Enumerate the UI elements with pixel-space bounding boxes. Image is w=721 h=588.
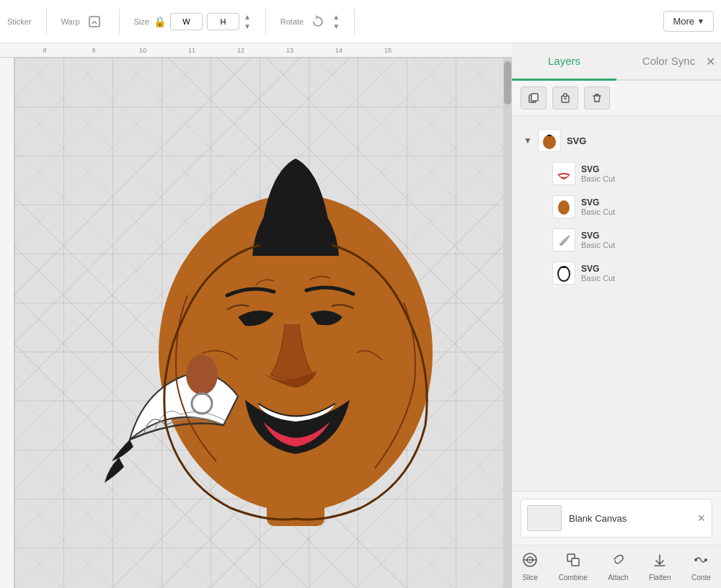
scrollbar-thumb[interactable] [504,61,511,104]
svg-point-19 [694,558,697,561]
right-panel: Layers Color Sync ✕ [512,43,721,588]
size-label: Size [134,17,149,26]
more-button[interactable]: More ▼ [663,11,714,32]
size-arrows: ▲ ▼ [244,13,251,30]
tool-slice[interactable]: Slice [515,548,545,586]
blank-canvas-label: Blank Canvas [569,513,627,524]
size-section: Size 🔒 ▲ ▼ [134,13,251,30]
chevron-down-icon: ▼ [523,135,532,146]
panel-tabs: Layers Color Sync ✕ [512,43,721,81]
layer-item-1-thumb [552,195,575,218]
layer-item-0-name: SVG [581,164,615,174]
contour-icon [693,552,709,571]
layer-item-3-name: SVG [581,264,615,274]
bottom-bar: Slice Combine [512,545,721,588]
tool-contour-label: Conte [691,574,711,582]
layer-group-header[interactable]: ▼ SVG [518,125,715,156]
ruler-mark-11: 11 [167,47,216,54]
rotate-section: Rotate ▲ ▼ [280,12,340,32]
warp-section: Warp [61,12,105,32]
width-input[interactable] [170,13,203,30]
layer-item-2-name: SVG [581,231,615,241]
attach-icon [610,552,626,571]
app-wrapper: Sticker Warp Size 🔒 ▲ ▼ R [0,0,721,588]
layer-item-0[interactable]: SVG Basic Cut [547,158,715,190]
layer-tool-copy[interactable] [521,86,547,110]
divider-3 [265,9,266,35]
layer-list: ▼ SVG [512,116,721,491]
layer-group-thumb [538,129,561,152]
layer-group-name: SVG [567,135,586,146]
layer-toolbar [512,81,721,116]
tool-attach[interactable]: Attach [601,548,635,586]
sticker-label: Sticker [7,17,32,26]
canvas-section: 8 9 10 11 12 13 14 15 [0,43,512,588]
svg-rect-17 [572,558,579,566]
more-label: More [673,16,694,27]
layer-tool-paste[interactable] [552,86,578,110]
ruler-mark-9: 9 [69,47,118,54]
panel-close-icon[interactable]: ✕ [706,55,715,68]
toolbar: Sticker Warp Size 🔒 ▲ ▼ R [0,0,721,43]
layer-item-2-thumb [552,228,575,251]
grid-canvas[interactable] [14,58,503,588]
ruler-mark-15: 15 [363,47,412,54]
ruler-mark-10: 10 [118,47,167,54]
svg-point-11 [558,200,570,215]
layer-item-0-type: Basic Cut [581,174,615,183]
layer-item-2-type: Basic Cut [581,241,615,249]
rotate-arrows: ▲ ▼ [332,13,340,30]
blank-canvas-area: Blank Canvas ✕ [512,491,721,545]
svg-rect-6 [531,94,538,101]
ruler-mark-8: 8 [20,47,69,54]
height-input[interactable] [207,13,239,30]
layer-item-3[interactable]: SVG Basic Cut [547,257,715,289]
illustration [72,115,490,533]
blank-canvas-item: Blank Canvas ✕ [521,499,712,538]
rotate-icon [308,12,328,32]
svg-point-20 [704,558,707,561]
layer-item-1-type: Basic Cut [581,208,615,216]
content-wrapper: 8 9 10 11 12 13 14 15 [0,43,721,588]
layer-item-1[interactable]: SVG Basic Cut [547,191,715,223]
ruler-left [0,58,14,588]
tool-combine[interactable]: Combine [552,548,595,586]
warp-icon [84,12,105,32]
ruler-inner: 8 9 10 11 12 13 14 15 [0,47,512,54]
layer-item-3-thumb [552,262,575,285]
svg-point-10 [543,135,556,149]
canvas-body [0,58,512,588]
slice-icon [522,552,538,571]
ruler-mark-12: 12 [216,47,265,54]
layer-item-0-thumb [552,162,575,185]
divider-4 [354,9,355,35]
layer-item-3-info: SVG Basic Cut [581,264,615,282]
warp-label: Warp [61,17,80,26]
layer-item-2-info: SVG Basic Cut [581,231,615,249]
svg-point-3 [186,355,218,395]
ruler-top: 8 9 10 11 12 13 14 15 [0,43,512,58]
lock-icon: 🔒 [154,16,166,27]
tab-layers[interactable]: Layers [512,43,616,81]
tool-flatten[interactable]: Flatten [642,548,678,586]
layer-item-1-info: SVG Basic Cut [581,197,615,216]
blank-canvas-thumb [527,505,562,531]
layer-item-2[interactable]: SVG Basic Cut [547,224,715,256]
blank-canvas-close-icon[interactable]: ✕ [697,512,706,524]
tool-flatten-label: Flatten [649,574,671,582]
layer-item-1-name: SVG [581,197,615,208]
ruler-mark-14: 14 [314,47,363,54]
svg-point-12 [558,267,570,281]
more-arrow-icon: ▼ [697,17,704,25]
layer-item-3-type: Basic Cut [581,274,615,282]
layer-group-svg: ▼ SVG [512,122,721,293]
tool-contour[interactable]: Conte [684,548,718,586]
layer-items: SVG Basic Cut S [518,158,715,289]
divider-1 [46,9,47,35]
tool-attach-label: Attach [608,574,628,582]
scrollbar-right[interactable] [503,58,512,588]
combine-icon [565,552,581,571]
tool-slice-label: Slice [522,574,538,582]
sticker-section: Sticker [7,17,32,26]
layer-tool-delete[interactable] [584,86,610,110]
